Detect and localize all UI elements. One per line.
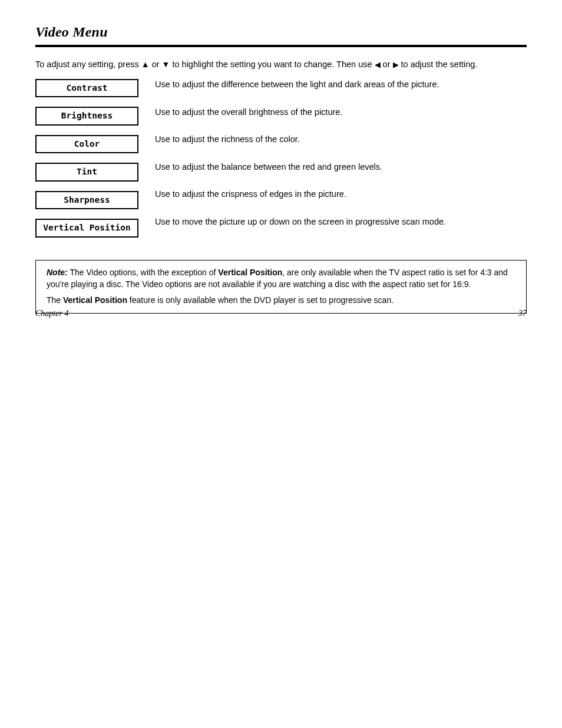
menu-column: Contrast Brightness Color Tint Sharpness…: [35, 79, 138, 238]
down-arrow-icon: ▼: [162, 60, 170, 68]
desc-sharpness: Use to adjust the crispness of edges in …: [155, 189, 527, 200]
footer-chapter: Chapter 4: [35, 308, 68, 319]
content-columns: Contrast Brightness Color Tint Sharpness…: [35, 79, 527, 238]
desc-contrast: Use to adjust the difference between the…: [155, 79, 527, 91]
menu-item-vposition[interactable]: Vertical Position: [35, 219, 138, 238]
right-arrow-icon: ▶: [393, 61, 399, 68]
desc-color: Use to adjust the richness of the color.: [155, 134, 527, 146]
note-paragraph-1: Note: The Video options, with the except…: [47, 266, 517, 291]
page-footer: Chapter 4 37: [35, 308, 527, 319]
note-label: Note:: [47, 268, 68, 277]
desc-brightness: Use to adjust the overall brightness of …: [155, 107, 527, 118]
menu-item-contrast[interactable]: Contrast: [35, 79, 138, 98]
title-rule: [35, 45, 527, 47]
note-box: Note: The Video options, with the except…: [35, 260, 527, 314]
left-arrow-icon: ◀: [375, 61, 381, 68]
menu-item-color[interactable]: Color: [35, 135, 138, 154]
desc-tint: Use to adjust the balance between the re…: [155, 162, 527, 173]
note-paragraph-2: The Vertical Position feature is only av…: [47, 294, 517, 306]
intro-text: To adjust any setting, press ▲ or ▼ to h…: [35, 59, 518, 71]
menu-item-brightness[interactable]: Brightness: [35, 107, 138, 126]
description-column: Use to adjust the difference between the…: [155, 79, 527, 228]
up-arrow-icon: ▲: [141, 60, 150, 68]
page-title: Video Menu: [35, 22, 527, 41]
menu-item-tint[interactable]: Tint: [35, 163, 138, 182]
desc-vposition: Use to move the picture up or down on th…: [155, 216, 527, 228]
menu-item-sharpness[interactable]: Sharpness: [35, 191, 138, 210]
footer-page: 37: [518, 308, 527, 319]
